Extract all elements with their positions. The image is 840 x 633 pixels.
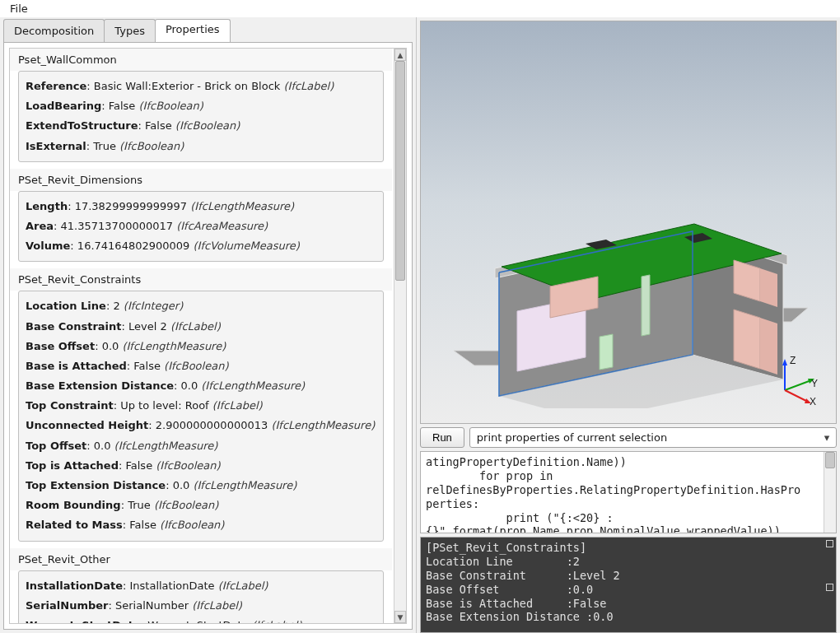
property-row: Reference: Basic Wall:Exterior - Brick o… <box>26 77 376 96</box>
property-row: Base is Attached: False (IfcBoolean) <box>26 356 376 376</box>
property-row: Top Extension Distance: 0.0 (IfcLengthMe… <box>26 476 376 496</box>
script-selector[interactable]: print properties of current selection ▾ <box>469 427 837 448</box>
properties-scroll[interactable]: Pset_WallCommonReference: Basic Wall:Ext… <box>10 49 394 623</box>
svg-marker-15 <box>734 310 760 369</box>
tab-decomposition[interactable]: Decomposition <box>3 19 105 42</box>
console-output[interactable]: [PSet_Revit_Constraints] Location Line :… <box>420 537 837 633</box>
property-row: Location Line: 2 (IfcInteger) <box>26 296 376 316</box>
right-pane: Z Y X Run print properties of current se… <box>417 17 840 633</box>
run-button[interactable]: Run <box>420 427 464 448</box>
scroll-up-icon[interactable]: ▲ <box>394 49 406 61</box>
pset-group: Length: 17.38299999999997 (IfcLengthMeas… <box>18 191 384 263</box>
property-row: Length: 17.38299999999997 (IfcLengthMeas… <box>26 197 376 216</box>
tab-properties[interactable]: Properties <box>155 19 231 42</box>
property-row: Volume: 16.74164802900009 (IfcVolumeMeas… <box>26 236 376 256</box>
tab-types[interactable]: Types <box>104 19 156 42</box>
svg-marker-19 <box>782 359 787 365</box>
svg-marker-12 <box>642 275 650 336</box>
pset-title: PSet_Revit_Dimensions <box>10 169 392 191</box>
tab-bar: Decomposition Types Properties <box>0 17 416 42</box>
menu-file[interactable]: File <box>5 1 33 16</box>
svg-line-20 <box>785 380 811 390</box>
axis-y-label: Y <box>811 378 818 389</box>
3d-viewport[interactable]: Z Y X <box>420 21 837 424</box>
svg-line-22 <box>785 390 808 402</box>
property-row: Unconnected Height: 2.900000000000013 (I… <box>26 416 376 435</box>
property-row: Top Constraint: Up to level: Roof (IfcLa… <box>26 396 376 416</box>
main-split: Decomposition Types Properties Pset_Wall… <box>0 17 840 633</box>
property-row: Base Constraint: Level 2 (IfcLabel) <box>26 317 376 337</box>
property-row: SerialNumber: SerialNumber (IfcLabel) <box>26 596 376 616</box>
property-row: IsExternal: True (IfcBoolean) <box>26 137 376 156</box>
console-content: [PSet_Revit_Constraints] Location Line :… <box>426 541 821 624</box>
properties-scrollbar[interactable]: ▲ ▼ <box>394 49 406 623</box>
building-model <box>454 178 808 408</box>
pset-title: Pset_WallCommon <box>10 49 392 71</box>
pset-group: InstallationDate: InstallationDate (IfcL… <box>18 570 384 623</box>
script-selector-label: print properties of current selection <box>477 431 667 444</box>
chevron-down-icon: ▾ <box>821 431 833 444</box>
code-editor[interactable]: atingPropertyDefinition.Name)) for prop … <box>420 451 837 533</box>
scroll-down-icon[interactable]: ▼ <box>394 611 406 623</box>
pset-title: PSet_Revit_Other <box>10 548 392 570</box>
console-marker-top <box>826 540 833 547</box>
property-row: Base Offset: 0.0 (IfcLengthMeasure) <box>26 337 376 356</box>
property-row: Room Bounding: True (IfcBoolean) <box>26 496 376 515</box>
property-row: WarrantyStartDate: WarrantyStartDate (If… <box>26 616 376 623</box>
property-row: ExtendToStructure: False (IfcBoolean) <box>26 116 376 136</box>
console-marker-mid <box>826 584 833 591</box>
left-pane: Decomposition Types Properties Pset_Wall… <box>0 17 417 633</box>
axis-gizmo: Z Y X <box>768 356 818 405</box>
pset-group: Location Line: 2 (IfcInteger)Base Constr… <box>18 291 384 541</box>
menubar: File <box>0 0 840 17</box>
axis-x-label: X <box>810 396 816 405</box>
property-row: Top Offset: 0.0 (IfcLengthMeasure) <box>26 436 376 456</box>
pset-group: Reference: Basic Wall:Exterior - Brick o… <box>18 71 384 162</box>
code-content: atingPropertyDefinition.Name)) for prop … <box>426 455 821 533</box>
svg-marker-14 <box>760 268 777 307</box>
code-scrollbar[interactable] <box>824 452 836 533</box>
svg-marker-11 <box>600 334 613 370</box>
pset-title: PSet_Revit_Constraints <box>10 268 392 291</box>
property-row: Base Extension Distance: 0.0 (IfcLengthM… <box>26 376 376 396</box>
script-toolbar: Run print properties of current selectio… <box>420 427 837 448</box>
property-row: Top is Attached: False (IfcBoolean) <box>26 456 376 476</box>
property-row: InstallationDate: InstallationDate (IfcL… <box>26 576 376 596</box>
property-row: LoadBearing: False (IfcBoolean) <box>26 96 376 116</box>
axis-z-label: Z <box>790 356 796 366</box>
property-row: Area: 41.35713700000017 (IfcAreaMeasure) <box>26 216 376 236</box>
properties-panel: Pset_WallCommonReference: Basic Wall:Ext… <box>3 42 413 630</box>
property-row: Related to Mass: False (IfcBoolean) <box>26 515 376 535</box>
